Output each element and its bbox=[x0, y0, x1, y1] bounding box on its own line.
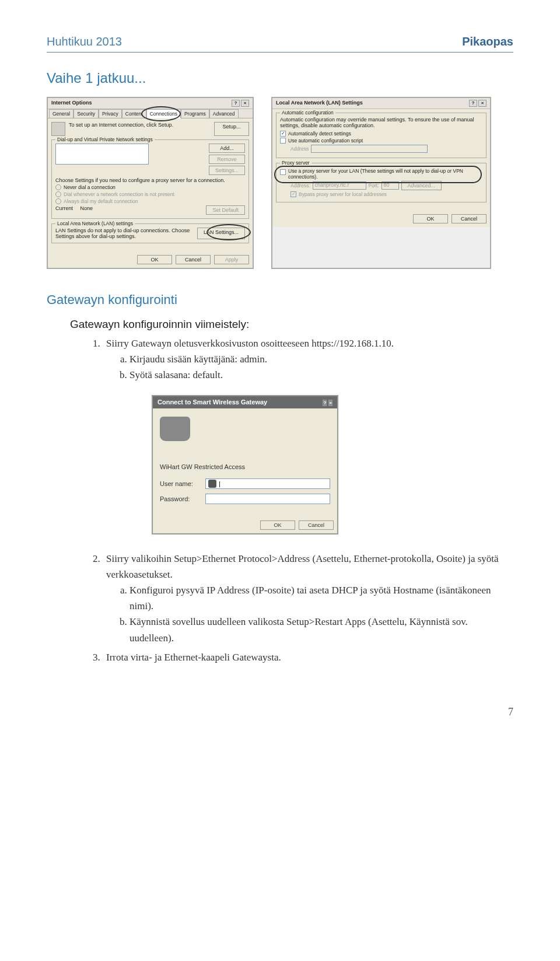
username-label: User name: bbox=[160, 480, 202, 487]
page-number: 7 bbox=[47, 706, 513, 718]
setup-info-text: To set up an Internet connection, click … bbox=[69, 122, 211, 136]
tab-privacy[interactable]: Privacy bbox=[99, 109, 122, 118]
circle-highlight-tab bbox=[141, 106, 181, 121]
settings-button[interactable]: Settings... bbox=[209, 166, 245, 175]
auto-script-checkbox[interactable] bbox=[280, 138, 286, 144]
steps-list: Siirry Gatewayn oletusverkkosivuston oso… bbox=[103, 336, 513, 383]
help-icon[interactable]: ? bbox=[469, 100, 477, 107]
header-title: Pikaopas bbox=[462, 35, 513, 48]
help-icon[interactable]: ? bbox=[323, 400, 327, 406]
screenshots-row: Internet Options ? × General Security Pr… bbox=[47, 97, 513, 269]
page-header: Huhtikuu 2013 Pikaopas bbox=[47, 35, 513, 53]
choose-settings-text: Choose Settings if you need to configure… bbox=[55, 177, 245, 183]
step-3: Irrota virta- ja Ethernet-kaapeli Gatewa… bbox=[103, 649, 513, 665]
remove-button[interactable]: Remove bbox=[209, 155, 245, 164]
password-label: Password: bbox=[160, 495, 202, 502]
lan-dialog-title-text: Local Area Network (LAN) Settings bbox=[276, 100, 363, 107]
close-icon[interactable]: × bbox=[241, 100, 249, 107]
tab-advanced[interactable]: Advanced bbox=[209, 109, 239, 118]
proxy-address-label: Address: bbox=[290, 183, 310, 188]
current-label: Current bbox=[55, 205, 73, 211]
help-icon[interactable]: ? bbox=[232, 100, 240, 107]
circle-highlight-proxy bbox=[274, 166, 482, 183]
dialog-title-text: Internet Options bbox=[51, 100, 92, 107]
proxy-legend: Proxy server bbox=[280, 160, 312, 166]
step-1: Siirry Gatewayn oletusverkkosivuston oso… bbox=[106, 338, 394, 349]
lan-settings-dialog: Local Area Network (LAN) Settings ? × Au… bbox=[271, 97, 491, 269]
set-default-button[interactable]: Set Default bbox=[206, 205, 245, 215]
tab-general[interactable]: General bbox=[49, 109, 74, 118]
circle-highlight-lan-btn bbox=[206, 224, 251, 240]
cancel-button[interactable]: Cancel bbox=[452, 214, 487, 223]
step-2: Siirry valikoihin Setup>Ethernet Protoco… bbox=[106, 553, 499, 580]
step-2a: Konfiguroi pysyvä IP Address (IP-osoite)… bbox=[130, 582, 513, 614]
connect-dialog: Connect to Smart Wireless Gateway ? × Wi… bbox=[152, 395, 338, 534]
bypass-checkbox[interactable]: ✓ bbox=[290, 191, 296, 197]
steps-list-cont: Siirry valikoihin Setup>Ethernet Protoco… bbox=[103, 551, 513, 665]
tab-security[interactable]: Security bbox=[74, 109, 99, 118]
connect-title-text: Connect to Smart Wireless Gateway bbox=[158, 399, 267, 406]
user-icon bbox=[208, 480, 216, 488]
lan-dialog-titlebar: Local Area Network (LAN) Settings ? × bbox=[272, 98, 490, 109]
step-1a: Kirjaudu sisään käyttäjänä: admin. bbox=[130, 351, 513, 367]
close-icon[interactable]: × bbox=[478, 100, 487, 107]
radio-dial-present[interactable] bbox=[55, 191, 61, 197]
apply-button[interactable]: Apply bbox=[214, 255, 249, 264]
header-date: Huhtikuu 2013 bbox=[47, 35, 122, 48]
dialup-listbox[interactable] bbox=[55, 144, 149, 165]
password-input[interactable] bbox=[205, 494, 330, 504]
restricted-access-text: WiHart GW Restricted Access bbox=[160, 463, 330, 470]
current-value: None bbox=[80, 205, 93, 211]
ok-button[interactable]: OK bbox=[413, 214, 448, 223]
gateway-config-title: Gatewayn konfigurointi bbox=[47, 292, 513, 307]
section-title: Vaihe 1 jatkuu... bbox=[47, 70, 513, 86]
step-1b: Syötä salasana: default. bbox=[130, 367, 513, 383]
script-address-input[interactable] bbox=[311, 145, 428, 153]
dialup-legend: Dial-up and Virtual Private Network sett… bbox=[55, 137, 155, 142]
auto-config-legend: Automatic configuration bbox=[280, 110, 335, 116]
step-2b: Käynnistä sovellus uudelleen valikosta S… bbox=[130, 614, 513, 645]
radio-always[interactable] bbox=[55, 198, 61, 204]
setup-button[interactable]: Setup... bbox=[214, 122, 249, 136]
internet-options-dialog: Internet Options ? × General Security Pr… bbox=[47, 97, 254, 269]
lan-legend: Local Area Network (LAN) settings bbox=[55, 221, 135, 226]
keys-icon bbox=[160, 417, 190, 441]
ok-button[interactable]: OK bbox=[137, 255, 172, 264]
lan-info-text: LAN Settings do not apply to dial-up con… bbox=[55, 228, 194, 239]
proxy-port-label: Port: bbox=[369, 183, 379, 188]
cancel-button[interactable]: Cancel bbox=[299, 520, 334, 530]
username-input[interactable]: | bbox=[205, 478, 330, 489]
cancel-button[interactable]: Cancel bbox=[176, 255, 211, 264]
auto-detect-checkbox[interactable]: ✓ bbox=[280, 131, 286, 137]
add-button[interactable]: Add... bbox=[209, 144, 245, 153]
radio-never[interactable] bbox=[55, 184, 61, 190]
connect-titlebar: Connect to Smart Wireless Gateway ? × bbox=[153, 396, 337, 408]
ok-button[interactable]: OK bbox=[260, 520, 295, 530]
connection-icon bbox=[51, 122, 65, 136]
script-address-label: Address bbox=[290, 146, 309, 152]
close-icon[interactable]: × bbox=[328, 400, 332, 406]
gateway-sub-heading: Gatewayn konfiguroinnin viimeistely: bbox=[70, 318, 513, 331]
tab-programs[interactable]: Programs bbox=[181, 109, 209, 118]
tabs-row: General Security Privacy Content Connect… bbox=[48, 109, 253, 118]
auto-config-text: Automatic configuration may override man… bbox=[280, 117, 482, 128]
